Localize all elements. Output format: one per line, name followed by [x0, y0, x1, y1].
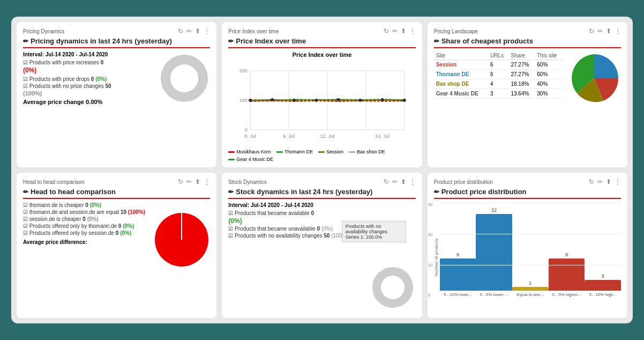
card-actions: ↻ ✏ ⬆ ⋮: [178, 178, 210, 186]
card-actions: ↻ ✏ ⬆ ⋮: [384, 27, 416, 35]
title-pencil-icon: ✏: [228, 38, 234, 45]
title-pencil-icon: ✏: [434, 188, 439, 196]
card-category: Head to head comparison: [23, 179, 85, 185]
site-gear4[interactable]: Gear 4 Music DE: [436, 91, 478, 97]
refresh-icon[interactable]: ↻: [384, 178, 389, 186]
legend-bax: Bax shoo DE: [349, 149, 385, 154]
col-this-site: This site: [535, 51, 563, 60]
card-category: Pricing Landscape: [434, 28, 478, 34]
svg-text:12. Jul: 12. Jul: [320, 134, 335, 139]
upload-icon[interactable]: ⬆: [195, 178, 200, 186]
card-actions: ↻ ✏ ⬆ ⋮: [589, 27, 621, 35]
stat-thomann-cheaper: ☑ thomann.de is cheaper 0 (0%): [23, 202, 210, 208]
more-icon[interactable]: ⋮: [615, 27, 621, 35]
card-header: Product price distribution ↻ ✏ ⬆ ⋮: [434, 178, 621, 186]
svg-text:200: 200: [239, 68, 248, 73]
refresh-icon[interactable]: ↻: [589, 178, 594, 186]
tooltip-box: Products with no availability changes Se…: [342, 221, 406, 242]
legend-musikhaus: Musikhaus Korn: [228, 149, 271, 154]
more-icon[interactable]: ⋮: [204, 27, 210, 35]
svg-point-16: [249, 99, 252, 102]
card-header: Head to head comparison ↻ ✏ ⬆ ⋮: [23, 178, 210, 186]
chart-title: Price Index over time: [228, 51, 415, 58]
card-header: Pricing Dynamics ↻ ✏ ⬆ ⋮: [23, 27, 210, 35]
grid-line: [440, 234, 621, 234]
upload-icon[interactable]: ⬆: [606, 178, 611, 186]
table-row: Gear 4 Music DE 3 13.64% 30%: [434, 89, 563, 99]
more-icon[interactable]: ⋮: [409, 178, 416, 186]
card-title: ✏ Price Index over time: [228, 37, 415, 48]
pricing-dynamics-card: Pricing Dynamics ↻ ✏ ⬆ ⋮ ✏ Pricing dynam…: [17, 22, 216, 167]
svg-text:100: 100: [239, 98, 248, 103]
upload-icon[interactable]: ⬆: [401, 178, 406, 186]
refresh-icon[interactable]: ↻: [178, 178, 183, 186]
stat-became-available: ☑ Products that became available 0: [228, 210, 415, 216]
card-title: ✏ Product price distribution: [434, 188, 621, 199]
more-icon[interactable]: ⋮: [409, 27, 416, 35]
refresh-icon[interactable]: ↻: [178, 27, 183, 35]
svg-point-0: [166, 60, 203, 97]
svg-point-22: [381, 98, 384, 101]
svg-point-23: [403, 99, 406, 102]
interval-text: Interval: Jul-14 2020 - Jul-14 2020: [228, 202, 415, 208]
site-session[interactable]: Session: [436, 62, 456, 68]
price-index-card: Price Index over time ↻ ✏ ⬆ ⋮ ✏ Price In…: [222, 22, 422, 167]
grid-line: [440, 202, 621, 203]
card-category: Pricing Dynamics: [23, 28, 64, 34]
title-pencil-icon: ✏: [228, 188, 234, 196]
card-header: Stock Dynamics ↻ ✏ ⬆ ⋮: [228, 178, 415, 186]
table-row: Session 6 27.27% 60%: [434, 60, 563, 70]
legend-gear4: Gear 4 Music DE: [228, 157, 273, 162]
bar-chart-container: Number of products 30 20 10 0: [434, 202, 621, 313]
svg-text:8. Jul: 8. Jul: [244, 134, 256, 139]
edit-icon[interactable]: ✏: [186, 178, 192, 186]
edit-icon[interactable]: ✏: [597, 27, 603, 35]
table-row: Bax shop DE 4 18.18% 40%: [434, 79, 563, 89]
col-share: Share: [508, 51, 535, 60]
edit-icon[interactable]: ✏: [186, 27, 192, 35]
y-axis-label: Number of products: [434, 202, 439, 313]
edit-icon[interactable]: ✏: [597, 178, 603, 186]
more-icon[interactable]: ⋮: [615, 178, 621, 186]
bar-chart-inner: 30 20 10 0 9 5 - 10% l: [440, 202, 621, 313]
upload-icon[interactable]: ⬆: [606, 27, 611, 35]
card-category: Stock Dynamics: [228, 179, 267, 185]
stock-donut: [371, 266, 414, 310]
site-thomann[interactable]: Thomann DE: [436, 71, 469, 77]
svg-point-21: [359, 99, 362, 102]
head-to-head-card: Head to head comparison ↻ ✏ ⬆ ⋮ ✏ Head t…: [17, 173, 216, 318]
big-red-pie: [152, 210, 211, 270]
card-title: ✏ Pricing dynamics in last 24 hrs (yeste…: [23, 37, 210, 48]
site-bax[interactable]: Bax shop DE: [436, 81, 469, 87]
more-icon[interactable]: ⋮: [204, 178, 210, 186]
svg-point-18: [293, 99, 296, 102]
svg-point-20: [337, 98, 340, 101]
card-header: Price Index over time ↻ ✏ ⬆ ⋮: [228, 27, 415, 35]
legend-session: Session: [318, 149, 343, 154]
edit-icon[interactable]: ✏: [392, 178, 398, 186]
col-urls: URLs: [488, 51, 508, 60]
upload-icon[interactable]: ⬆: [195, 27, 200, 35]
svg-point-19: [315, 99, 318, 102]
card-title: ✏ Share of cheapest products: [434, 37, 621, 48]
svg-text:14. Jul: 14. Jul: [375, 134, 390, 139]
bars-area: 30 20 10 0 9 5 - 10% l: [440, 202, 621, 313]
table-row: Thomann DE 6 27.27% 60%: [434, 70, 563, 79]
edit-icon[interactable]: ✏: [392, 27, 398, 35]
card-actions: ↻ ✏ ⬆ ⋮: [178, 27, 210, 35]
chart-legend: Musikhaus Korn Thomann DE Session Bax sh…: [228, 149, 415, 162]
svg-text:9. Jul: 9. Jul: [283, 134, 295, 139]
pie-chart: [567, 51, 621, 106]
refresh-icon[interactable]: ↻: [589, 27, 594, 35]
price-distribution-card: Product price distribution ↻ ✏ ⬆ ⋮ ✏ Pro…: [428, 173, 627, 318]
upload-icon[interactable]: ⬆: [401, 27, 406, 35]
legend-thomann: Thomann DE: [276, 149, 313, 154]
stock-dynamics-card: Stock Dynamics ↻ ✏ ⬆ ⋮ ✏ Stock dynamics …: [222, 173, 422, 318]
card-title: ✏ Head to head comparison: [23, 188, 210, 199]
donut-chart: [160, 54, 208, 102]
refresh-icon[interactable]: ↻: [384, 27, 389, 35]
landscape-content: Site URLs Share This site Session 6 27.2…: [434, 51, 621, 106]
title-pencil-icon: ✏: [434, 38, 439, 45]
card-category: Product price distribution: [434, 179, 493, 185]
card-category: Price Index over time: [228, 28, 279, 34]
